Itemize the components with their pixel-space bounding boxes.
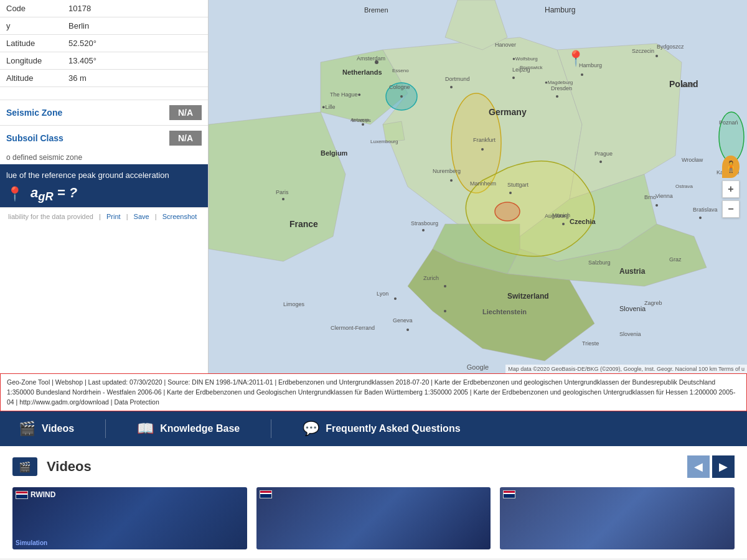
subsoil-class-value: N/A (169, 131, 202, 146)
print-link[interactable]: Print (106, 213, 121, 220)
zoom-in-button[interactable]: + (722, 180, 740, 198)
svg-point-59 (282, 198, 284, 200)
seismic-zone-row: Seismic Zone N/A (0, 100, 208, 125)
code-value: 10178 (62, 0, 208, 17)
svg-text:Lyon: Lyon (377, 291, 388, 297)
svg-text:Hamburg: Hamburg (545, 6, 575, 14)
svg-text:Mannheim: Mannheim (470, 180, 496, 187)
nav-label-faq: Frequently Asked Questions (326, 423, 460, 434)
svg-text:Dortmund: Dortmund (445, 76, 470, 82)
svg-text:Frankfurt: Frankfurt (473, 137, 496, 143)
nav-item-videos[interactable]: 🎬 Videos (12, 416, 80, 442)
screenshot-link[interactable]: Screenshot (162, 213, 197, 220)
svg-text:Luxembourg: Luxembourg (370, 139, 398, 144)
map-background: France Germany Switzerland Czechia Austr… (209, 0, 747, 373)
video-nav-arrows[interactable]: ◀ ▶ (687, 455, 735, 478)
video-thumbnail-2[interactable] (256, 487, 491, 549)
save-link[interactable]: Save (134, 213, 149, 220)
svg-point-55 (394, 297, 397, 300)
svg-text:Hanover: Hanover (495, 42, 516, 48)
svg-text:Stuttgart: Stuttgart (507, 182, 529, 188)
svg-text:Liechtenstein: Liechtenstein (482, 308, 527, 315)
left-panel: Code 10178 y Berlin Latitude 52.520° Lon… (0, 0, 209, 373)
svg-point-61 (655, 204, 658, 207)
svg-text:Limoges: Limoges (283, 301, 305, 307)
google-watermark: Google (467, 363, 489, 371)
subsoil-class-label: Subsoil Class (6, 133, 63, 143)
svg-point-63 (699, 217, 702, 219)
svg-point-27 (400, 95, 403, 98)
knowledge-base-nav-icon: 📖 (137, 421, 154, 437)
svg-text:●Magdeburg: ●Magdeburg (545, 80, 573, 85)
svg-text:Clermont-Ferrand: Clermont-Ferrand (331, 325, 375, 331)
svg-text:●Lille: ●Lille (322, 104, 335, 110)
svg-point-33 (562, 223, 565, 225)
svg-text:Slovenia: Slovenia (619, 331, 641, 337)
location-pin-icon: 📍 (6, 186, 23, 202)
footer-info-bar: Geo-Zone Tool | Webshop | Last updated: … (0, 373, 747, 411)
map-container[interactable]: France Germany Switzerland Czechia Austr… (209, 0, 747, 373)
latitude-label: Latitude (0, 35, 62, 52)
altitude-label: Altitude (0, 70, 62, 87)
svg-point-25 (362, 123, 364, 126)
svg-text:Zagreb: Zagreb (644, 300, 662, 306)
video-next-button[interactable]: ▶ (712, 455, 735, 478)
svg-text:Strasbourg: Strasbourg (411, 220, 438, 226)
video-prev-button[interactable]: ◀ (687, 455, 710, 478)
svg-text:Trieste: Trieste (582, 340, 599, 347)
svg-text:Salzburg: Salzburg (588, 259, 611, 266)
svg-text:Belgium: Belgium (321, 149, 348, 157)
navigation-bar: 🎬 Videos 📖 Knowledge Base 💬 Frequently A… (0, 411, 747, 446)
nav-item-faq[interactable]: 💬 Frequently Asked Questions (296, 416, 466, 442)
nav-divider-1 (105, 419, 106, 438)
svg-text:Bremen: Bremen (364, 6, 388, 14)
svg-text:Ostrava: Ostrava (675, 184, 693, 189)
svg-text:Brunswick: Brunswick (520, 65, 543, 70)
location-info-table: Code 10178 y Berlin Latitude 52.520° Lon… (0, 0, 208, 87)
video-thumbnail-1[interactable]: RWIND Simulation (12, 487, 247, 549)
map-svg: France Germany Switzerland Czechia Austr… (209, 0, 747, 373)
svg-text:Netherlands: Netherlands (342, 68, 382, 76)
video-thumbnail-3[interactable] (500, 487, 735, 549)
svg-text:Bydgoszcz: Bydgoszcz (657, 44, 684, 50)
svg-text:Wrocław: Wrocław (682, 157, 703, 163)
berlin-marker: 📍 (566, 50, 585, 67)
latitude-value: 52.520° (62, 35, 208, 52)
zoom-out-button[interactable]: − (722, 200, 740, 218)
nav-item-knowledge-base[interactable]: 📖 Knowledge Base (131, 416, 246, 442)
longitude-value: 13.405° (62, 52, 208, 70)
flag-us-2 (260, 490, 272, 498)
bottom-links: liability for the data provided | Print … (0, 207, 208, 225)
svg-point-45 (406, 329, 409, 331)
svg-text:Switzerland: Switzerland (507, 292, 549, 301)
svg-text:●Wolfsburg: ●Wolfsburg (512, 56, 538, 62)
liability-link[interactable]: liability for the data provided (8, 213, 93, 220)
city-label: y (0, 17, 62, 35)
svg-point-57 (422, 229, 425, 231)
map-controls[interactable]: 🧍 + − (722, 156, 740, 218)
svg-text:Amsterdam: Amsterdam (357, 55, 385, 62)
map-attribution: Map data ©2020 GeoBasis-DE/BKG (©2009), … (505, 365, 747, 373)
svg-text:Austria: Austria (619, 267, 646, 276)
flag-us-3 (503, 490, 515, 498)
nav-label-knowledge-base: Knowledge Base (160, 423, 240, 434)
svg-point-65 (599, 161, 602, 163)
svg-point-29 (481, 148, 484, 151)
nav-divider-2 (271, 419, 271, 438)
svg-point-35 (450, 86, 453, 88)
faq-nav-icon: 💬 (303, 421, 319, 437)
videos-section: 🎬 Videos ◀ ▶ RWIND Simulation (0, 446, 747, 559)
code-label: Code (0, 0, 62, 17)
agr-title: lue of the reference peak ground acceler… (6, 170, 202, 180)
svg-text:Geneva: Geneva (393, 317, 413, 324)
city-value: Berlin (62, 17, 208, 35)
svg-point-50 (655, 55, 658, 57)
svg-text:Vienna: Vienna (655, 193, 673, 199)
agr-formula: agR = ? (31, 185, 77, 203)
seismic-zone-label: Seismic Zone (6, 108, 62, 118)
svg-text:Cologne: Cologne (389, 84, 410, 90)
svg-text:The Hague●: The Hague● (330, 91, 361, 98)
svg-text:Bratislava: Bratislava (693, 207, 718, 213)
street-view-button[interactable]: 🧍 (722, 156, 740, 178)
svg-text:Prague: Prague (594, 151, 613, 157)
